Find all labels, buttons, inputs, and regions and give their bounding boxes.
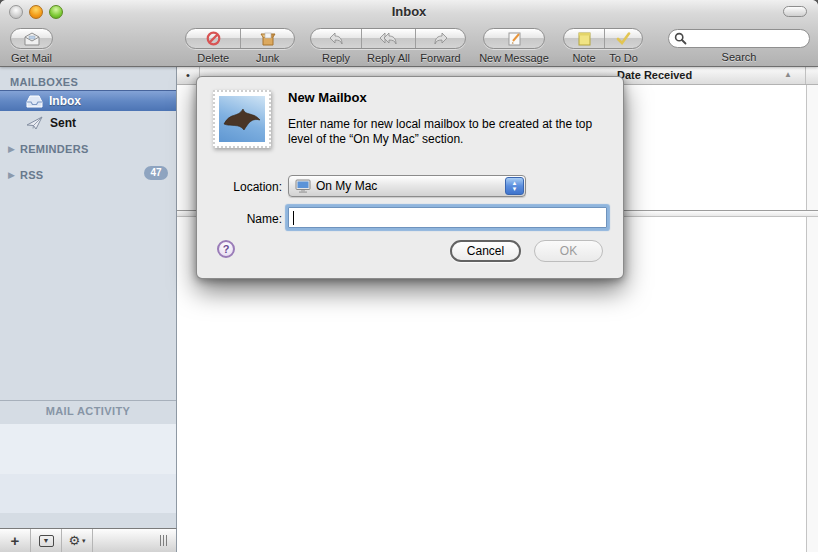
compose-icon xyxy=(507,31,522,46)
todo-checkmark-icon xyxy=(616,32,631,45)
forward-arrow-icon xyxy=(433,32,449,45)
gear-caret-icon: ▾ xyxy=(82,537,86,545)
gear-icon: ⚙ xyxy=(68,533,80,548)
delete-label: Delete xyxy=(197,52,229,64)
question-mark-icon: ? xyxy=(223,243,230,255)
add-mailbox-button[interactable]: + xyxy=(0,529,31,552)
sent-paper-plane-icon xyxy=(26,116,44,130)
new-message-label: New Message xyxy=(479,52,549,64)
header-spacer-cell xyxy=(805,67,818,84)
rss-disclosure-icon[interactable]: ▶ xyxy=(8,170,15,180)
mailbox-sidebar: MAILBOXES Inbox Sent ▶ REMINDERS ▶ RSS 4… xyxy=(0,67,177,528)
search-input[interactable] xyxy=(668,29,810,48)
rss-label: RSS xyxy=(20,169,44,181)
search-icon xyxy=(674,32,687,45)
dialog-message: Enter name for new local mailbox to be c… xyxy=(288,117,612,147)
inbox-label: Inbox xyxy=(49,94,81,108)
eagle-silhouette-icon xyxy=(222,104,262,134)
inbox-tray-icon xyxy=(26,94,43,108)
sidebar-bottom-bar: + ▼ ⚙ ▾ xyxy=(0,528,177,552)
text-cursor xyxy=(293,211,294,225)
note-todo-group: Note To Do xyxy=(563,28,643,49)
forward-label: Forward xyxy=(420,52,460,64)
note-label: Note xyxy=(572,52,595,64)
pane-resize-handle[interactable] xyxy=(160,535,167,546)
location-selected-value: On My Mac xyxy=(316,179,377,193)
toolbar-toggle-button[interactable] xyxy=(783,6,807,17)
name-label: Name: xyxy=(197,212,282,226)
reply-all-label: Reply All xyxy=(367,52,410,64)
sidebar-group-rss[interactable]: ▶ RSS 47 xyxy=(0,167,176,183)
mail-activity-row xyxy=(0,424,176,474)
cancel-button[interactable]: Cancel xyxy=(450,240,521,262)
reply-all-button[interactable]: Reply All xyxy=(361,29,415,48)
delete-junk-group: Delete Junk xyxy=(185,28,295,49)
reply-button[interactable]: Reply xyxy=(311,29,361,48)
sidebar-item-sent[interactable]: Sent xyxy=(0,112,176,133)
todo-label: To Do xyxy=(609,52,638,64)
get-mail-button[interactable]: Get Mail xyxy=(10,28,53,49)
sent-label: Sent xyxy=(50,116,76,130)
activity-toggle-icon: ▼ xyxy=(39,535,54,547)
rss-unread-badge: 47 xyxy=(144,166,168,180)
sidebar-item-inbox[interactable]: Inbox xyxy=(0,90,176,111)
mail-window: Inbox Get Mail Delete xyxy=(0,0,818,552)
popup-stepper-icon: ▲ ▼ xyxy=(505,177,524,195)
note-button[interactable]: Note xyxy=(564,29,604,48)
mail-activity-row xyxy=(0,474,176,513)
ok-button[interactable]: OK xyxy=(534,240,603,262)
reply-group: Reply Reply All Forward xyxy=(310,28,466,49)
location-label: Location: xyxy=(197,180,282,194)
location-popup-button[interactable]: On My Mac ▲ ▼ xyxy=(288,175,526,197)
get-mail-envelope-icon xyxy=(23,32,41,46)
window-title: Inbox xyxy=(0,4,818,19)
reply-label: Reply xyxy=(322,52,350,64)
junk-button[interactable]: Junk xyxy=(240,29,294,48)
action-menu-button[interactable]: ⚙ ▾ xyxy=(62,529,93,552)
message-list-scrollbar-track[interactable] xyxy=(806,85,818,552)
get-mail-label: Get Mail xyxy=(11,52,52,64)
sidebar-group-reminders[interactable]: ▶ REMINDERS xyxy=(0,141,176,157)
reply-arrow-icon xyxy=(328,32,344,45)
junk-label: Junk xyxy=(256,52,279,64)
title-and-toolbar: Inbox Get Mail Delete xyxy=(0,0,818,67)
junk-box-icon xyxy=(260,31,276,46)
reminders-label: REMINDERS xyxy=(20,143,89,155)
reminders-disclosure-icon[interactable]: ▶ xyxy=(8,144,15,154)
mail-activity-header: MAIL ACTIVITY xyxy=(0,405,176,417)
mail-app-stamp-icon xyxy=(213,90,271,148)
plus-icon: + xyxy=(11,532,20,549)
dialog-title: New Mailbox xyxy=(288,90,367,105)
reply-all-arrow-icon xyxy=(379,32,398,45)
name-input[interactable] xyxy=(288,207,607,228)
new-message-button[interactable]: New Message xyxy=(483,28,545,49)
forward-button[interactable]: Forward xyxy=(415,29,465,48)
mailboxes-section-header: MAILBOXES xyxy=(10,76,78,88)
note-icon xyxy=(578,32,591,46)
date-received-column-header[interactable]: Date Received xyxy=(617,69,692,81)
computer-icon xyxy=(295,179,311,193)
search-label: Search xyxy=(668,51,810,63)
delete-prohibition-icon xyxy=(206,31,221,46)
mail-activity-divider xyxy=(0,400,176,401)
new-mailbox-dialog: New Mailbox Enter name for new local mai… xyxy=(196,76,624,279)
delete-button[interactable]: Delete xyxy=(186,29,240,48)
sort-ascending-icon: ▲ xyxy=(784,70,792,79)
todo-button[interactable]: To Do xyxy=(604,29,642,48)
show-mail-activity-button[interactable]: ▼ xyxy=(31,529,62,552)
help-button[interactable]: ? xyxy=(217,240,235,258)
